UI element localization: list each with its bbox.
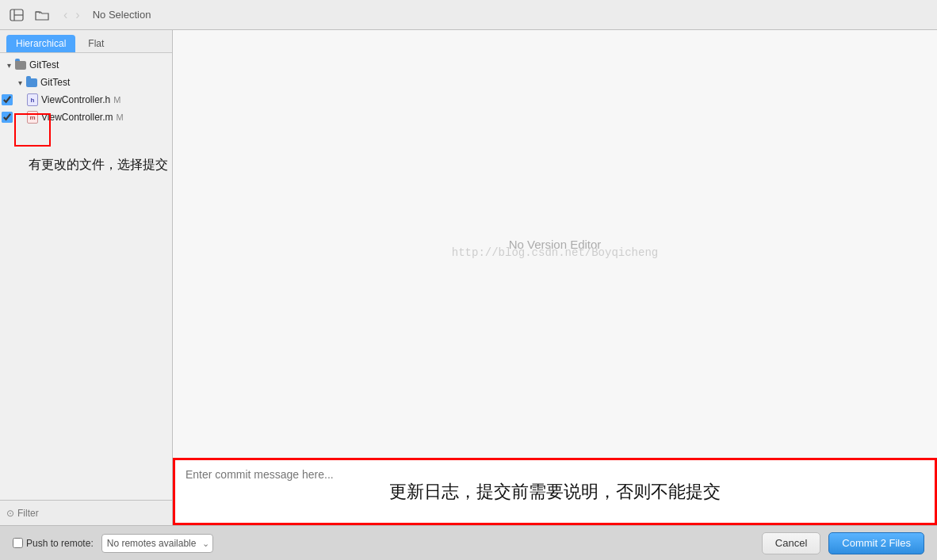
commit-area-wrapper: 更新日志，提交前需要说明，否则不能提交 <box>173 458 937 525</box>
arrow-gittest-child: ▾ <box>14 78 25 87</box>
sidebar-tree: ▾ GitTest ▾ GitTest <box>0 53 172 500</box>
file-icon-h: h <box>26 93 39 106</box>
main-container: ‹ › No Selection Hierarchical Flat ▾ <box>0 0 937 560</box>
source-control-icon-btn[interactable] <box>6 6 27 24</box>
filter-bar: ⊙ <box>0 500 172 525</box>
badge-viewcontroller-m: M <box>116 112 123 122</box>
no-version-editor-label: No Version Editor <box>509 238 602 251</box>
forward-button[interactable]: › <box>72 6 82 24</box>
folder-icon-child <box>25 76 38 89</box>
version-editor-empty: No Version Editor <box>173 30 937 458</box>
folder-icon-btn[interactable] <box>32 6 52 24</box>
push-to-remote-label: Push to remote: <box>13 538 94 549</box>
top-toolbar: ‹ › No Selection <box>0 0 937 30</box>
checkbox-viewcontroller-h[interactable] <box>2 94 13 105</box>
tab-hierarchical[interactable]: Hierarchical <box>6 35 75 52</box>
tree-item-gittest-child[interactable]: ▾ GitTest <box>0 74 172 91</box>
label-viewcontroller-m: ViewController.m <box>41 112 113 123</box>
badge-viewcontroller-h: M <box>113 95 120 105</box>
folder-icon-root <box>14 59 27 71</box>
action-bar: Push to remote: No remotes available Can… <box>0 525 937 560</box>
tree-item-gittest-root[interactable]: ▾ GitTest <box>0 56 172 74</box>
tree-item-viewcontroller-h[interactable]: h ViewController.h M <box>0 91 172 109</box>
commit-area <box>173 458 937 525</box>
cancel-button[interactable]: Cancel <box>762 532 820 554</box>
filter-icon: ⊙ <box>6 508 14 519</box>
content-area: Hierarchical Flat ▾ GitTest ▾ <box>0 30 937 525</box>
arrow-gittest-root: ▾ <box>3 61 14 70</box>
no-selection-label: No Selection <box>93 9 151 21</box>
sidebar-tabs: Hierarchical Flat <box>0 30 172 53</box>
checkbox-viewcontroller-m[interactable] <box>2 112 13 123</box>
label-gittest-root: GitTest <box>29 59 59 70</box>
label-viewcontroller-h: ViewController.h <box>41 94 110 105</box>
commit-button[interactable]: Commit 2 Files <box>828 532 924 554</box>
sidebar: Hierarchical Flat ▾ GitTest ▾ <box>0 30 173 525</box>
remote-select-wrapper: No remotes available <box>101 534 213 553</box>
nav-buttons: ‹ › <box>60 6 83 24</box>
back-button[interactable]: ‹ <box>60 6 71 24</box>
tree-item-viewcontroller-m[interactable]: m ViewController.m M <box>0 109 172 126</box>
push-label: Push to remote: <box>26 538 94 549</box>
filter-input[interactable] <box>17 508 166 519</box>
file-icon-m: m <box>26 111 39 124</box>
commit-message-input[interactable] <box>173 459 937 522</box>
push-to-remote-checkbox[interactable] <box>13 538 23 548</box>
editor-area: No Version Editor http://blog.csdn.net/B… <box>173 30 937 525</box>
tab-flat[interactable]: Flat <box>78 35 113 52</box>
remote-select[interactable]: No remotes available <box>101 534 213 553</box>
label-gittest-child: GitTest <box>40 77 70 88</box>
